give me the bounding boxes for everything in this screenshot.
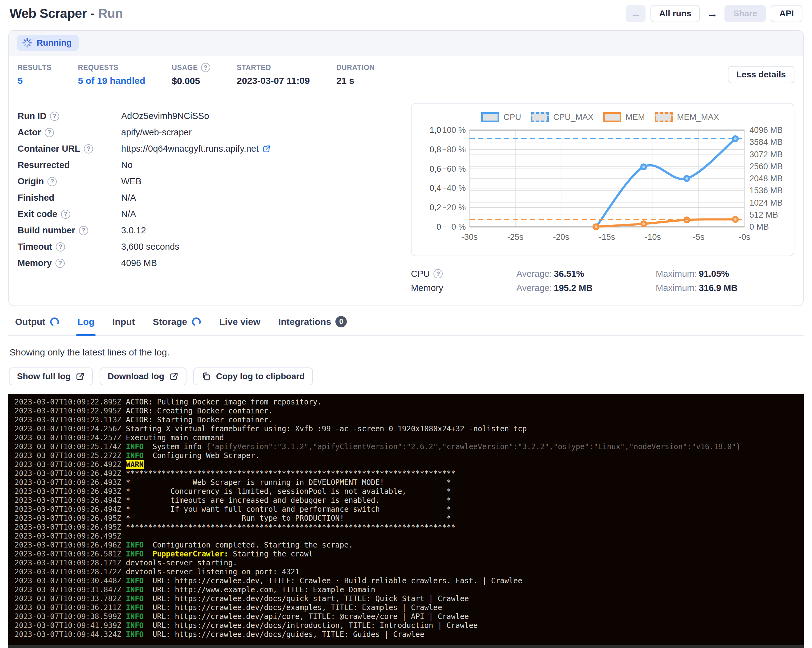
details-section: Run ID? AdOz5evimh9NCiSSo Actor? apify/w… [9,95,803,305]
copy-log-button[interactable]: Copy log to clipboard [193,367,313,385]
page-title-main: Web Scraper - [9,6,94,21]
download-log-button[interactable]: Download log [99,367,186,385]
legend-mem-max: MEM_MAX [655,112,719,122]
help-icon[interactable]: ? [79,226,88,235]
run-details-list: Run ID? AdOz5evimh9NCiSSo Actor? apify/w… [18,103,398,295]
log-line: 2023-03-07T10:09:22.895Z ACTOR: Pulling … [14,398,804,407]
external-link-icon [169,372,179,381]
detail-row-origin: Origin? WEB [18,173,398,190]
detail-row-build-number: Build number? 3.0.12 [18,222,398,239]
svg-text:3072 MB: 3072 MB [749,150,783,159]
svg-text:100 %: 100 % [442,125,466,135]
log-line: 2023-03-07T10:09:26.492Z ***************… [14,469,804,478]
container-url-link[interactable]: https://0q64wnacgyft.runs.apify.net [121,144,271,154]
api-button[interactable]: API [771,5,803,22]
tab-storage[interactable]: Storage [153,316,201,335]
svg-text:0: 0 [437,222,441,232]
svg-text:0 MB: 0 MB [749,222,769,232]
detail-row-exit-code: Exit code? N/A [18,206,398,222]
svg-text:20 %: 20 % [447,203,466,212]
status-label: Running [37,38,72,48]
log-line: 2023-03-07T10:09:41.939Z INFO URL: https… [14,621,804,630]
mem-max-swatch [655,112,673,122]
svg-text:-20s: -20s [553,232,569,242]
svg-text:2048 MB: 2048 MB [749,174,783,183]
detail-row-actor: Actor? apify/web-scraper [18,124,398,140]
less-details-button[interactable]: Less details [728,66,794,83]
loading-arc-icon [50,317,60,327]
log-lines: 2023-03-07T10:09:22.895Z ACTOR: Pulling … [14,398,804,639]
copy-icon [201,372,211,381]
spinner-icon [22,38,32,48]
tab-integrations[interactable]: Integrations 0 [278,316,347,335]
svg-text:-5s: -5s [693,232,705,242]
svg-text:0,8: 0,8 [429,145,441,154]
log-line: 2023-03-07T10:09:26.496Z INFO Configurat… [14,541,804,550]
svg-text:-10s: -10s [645,232,661,242]
log-line: 2023-03-07T10:09:24.257Z Executing main … [14,433,804,442]
help-icon[interactable]: ? [50,111,59,121]
svg-text:-30s: -30s [461,232,478,242]
legend-mem: MEM [603,112,645,122]
svg-text:3584 MB: 3584 MB [749,137,783,147]
log-line: 2023-03-07T10:09:23.113Z ACTOR: Starting… [14,416,804,424]
help-icon[interactable]: ? [45,128,54,137]
log-line: 2023-03-07T10:09:38.599Z INFO URL: https… [14,612,804,621]
log-console[interactable]: 2023-03-07T10:09:22.895Z ACTOR: Pulling … [8,394,804,648]
loading-arc-icon [191,317,201,327]
tab-live-view[interactable]: Live view [219,316,260,335]
log-actions: Show full log Download log [8,367,804,385]
help-icon[interactable]: ? [201,63,210,72]
cpu-swatch [481,112,499,122]
tab-log[interactable]: Log [77,316,94,335]
log-line: 2023-03-07T10:09:26.493Z * Web Scraper i… [14,478,804,487]
started-value: 2023-03-07 11:09 [237,76,310,86]
cpu-stats-row: CPU ? Average:36.51% Maximum:91.05% [411,267,794,281]
help-icon[interactable]: ? [56,242,65,252]
help-icon[interactable]: ? [84,144,93,154]
log-line: 2023-03-07T10:09:28.171Z devtools-server… [14,559,804,567]
show-full-log-button[interactable]: Show full log [9,367,93,385]
page-title-sub: Run [98,6,123,21]
log-line: 2023-03-07T10:09:36.211Z INFO URL: https… [14,603,804,612]
help-icon[interactable]: ? [61,210,70,219]
top-bar: Web Scraper -Run ← All runs → Share API [8,0,804,30]
svg-text:0,4: 0,4 [429,183,441,193]
memory-maximum-value: 316.9 MB [699,283,738,293]
external-link-icon [76,372,85,381]
log-line: 2023-03-07T10:09:25.174Z INFO System inf… [14,442,804,451]
previous-run-button[interactable]: ← [626,5,646,22]
detail-row-finished: Finished N/A [18,190,398,206]
console-horizontal-scrollbar[interactable] [8,645,804,648]
log-line: 2023-03-07T10:09:24.256Z Starting X virt… [14,424,804,433]
svg-text:2560 MB: 2560 MB [749,162,783,171]
share-button[interactable]: Share [725,5,766,22]
help-icon[interactable]: ? [47,177,57,186]
tab-output[interactable]: Output [15,316,60,335]
actor-link[interactable]: apify/web-scraper [121,127,192,137]
detail-row-container-url: Container URL? https://0q64wnacgyft.runs… [18,140,398,157]
help-icon[interactable]: ? [433,269,443,278]
mem-swatch [603,112,621,122]
svg-text:1536 MB: 1536 MB [749,186,783,195]
svg-text:60 %: 60 % [447,164,466,174]
stat-duration: DURATION 21 s [336,64,375,86]
all-runs-button[interactable]: All runs [650,5,700,22]
chart-legend: CPU CPU_MAX MEM MEM_MAX [412,112,794,122]
svg-text:1,0: 1,0 [429,125,441,135]
usage-value: $0.005 [172,76,210,86]
requests-value[interactable]: 5 of 19 handled [78,76,145,86]
results-value[interactable]: 5 [18,76,52,86]
header-controls: ← All runs → Share API [626,5,803,22]
help-icon[interactable]: ? [55,259,65,268]
integrations-count-badge: 0 [336,316,347,328]
svg-text:0,6: 0,6 [429,164,441,174]
build-number-link[interactable]: 3.0.12 [121,226,146,236]
log-line: 2023-03-07T10:09:26.494Z * timeouts are … [14,496,804,505]
svg-text:-25s: -25s [507,232,524,242]
next-run-button[interactable]: → [705,5,719,22]
tab-input[interactable]: Input [112,316,135,335]
stat-usage: USAGE? $0.005 [172,63,210,86]
svg-text:80 %: 80 % [447,145,466,154]
status-strip: Running [9,31,803,55]
